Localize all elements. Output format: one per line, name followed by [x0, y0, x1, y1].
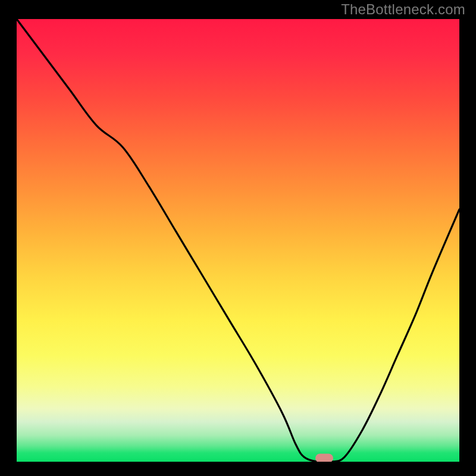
chart-container: TheBottleneck.com	[0, 0, 476, 476]
plot-area	[17, 19, 459, 462]
bottleneck-curve	[17, 19, 459, 462]
watermark-text: TheBottleneck.com	[341, 1, 465, 18]
optimal-point-marker	[315, 454, 333, 462]
